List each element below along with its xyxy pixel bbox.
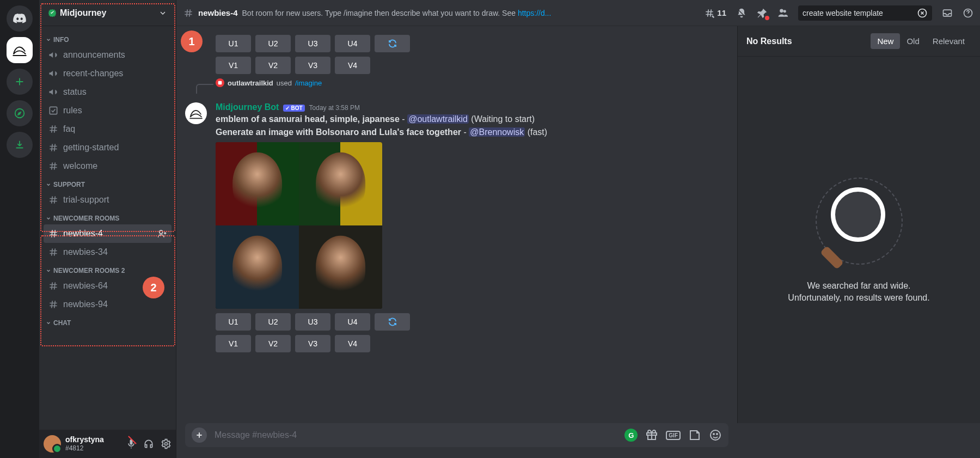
member-list-button[interactable] [777, 8, 788, 19]
reroll-button[interactable] [375, 313, 410, 331]
megaphone-icon [48, 87, 59, 97]
hash-icon [48, 124, 59, 135]
svg-point-3 [165, 443, 168, 445]
emoji-button[interactable] [709, 429, 722, 442]
messages-area: U1 U2 U3 U4 V1 V2 V3 V4 outlawtrailkid u… [176, 26, 737, 423]
channel-welcome[interactable]: welcome [44, 157, 171, 175]
channel-topic[interactable]: Bot room for new users. Type /imagine th… [242, 9, 700, 17]
server-midjourney[interactable] [7, 37, 33, 63]
threads-button[interactable]: 11 [704, 8, 726, 19]
hash-icon [48, 161, 59, 172]
generated-image-grid[interactable] [216, 142, 382, 309]
v3-button[interactable]: V3 [295, 335, 330, 352]
reply-reference[interactable]: outlawtrailkid used /imagine [216, 78, 728, 87]
u1-button[interactable]: U1 [216, 35, 251, 52]
u4-button[interactable]: U4 [335, 35, 370, 52]
inbox-button[interactable] [942, 8, 953, 19]
channel-getting-started[interactable]: getting-started [44, 138, 171, 157]
hash-icon [48, 142, 59, 153]
server-header[interactable]: Midjourney [39, 0, 176, 26]
message-line-1: emblem of a samurai head, simple, japane… [216, 113, 728, 125]
channel-list: INFO announcements recent-changes status… [39, 26, 176, 430]
v3-button[interactable]: V3 [295, 57, 330, 74]
tab-old[interactable]: Old [900, 33, 926, 49]
svg-point-12 [716, 433, 718, 435]
search-results-title: No Results [746, 36, 871, 46]
category-newcomer-rooms[interactable]: NEWCOMER ROOMS [44, 209, 171, 224]
notifications-button[interactable] [736, 8, 747, 19]
invite-icon[interactable] [157, 229, 167, 239]
v4-button[interactable]: V4 [335, 57, 370, 74]
attach-button[interactable] [192, 428, 207, 443]
server-list [0, 0, 39, 458]
bot-tag: ✓ BOT [283, 105, 304, 112]
channel-newbies-64[interactable]: newbies-64 [44, 277, 171, 295]
topic-link[interactable]: https://d... [518, 9, 551, 17]
channel-newbies-94[interactable]: newbies-94 [44, 295, 171, 314]
channel-faq[interactable]: faq [44, 120, 171, 138]
v1-button[interactable]: V1 [216, 335, 251, 352]
reroll-button[interactable] [375, 35, 410, 52]
u1-button[interactable]: U1 [216, 313, 251, 331]
channel-newbies-4[interactable]: newbies-4 [44, 224, 171, 243]
help-button[interactable] [963, 8, 973, 19]
u4-button[interactable]: U4 [335, 313, 370, 331]
channel-sidebar: Midjourney INFO announcements recent-cha… [39, 0, 176, 458]
user-name: ofkrystyna [65, 435, 104, 444]
image-variant-1 [216, 142, 299, 225]
grammarly-icon[interactable]: G [624, 429, 638, 442]
user-settings-button[interactable] [161, 438, 171, 449]
channel-name: newbies-4 [198, 8, 238, 17]
message-timestamp: Today at 3:58 PM [309, 104, 360, 112]
u3-button[interactable]: U3 [295, 35, 330, 52]
u3-button[interactable]: U3 [295, 313, 330, 331]
tab-new[interactable]: New [871, 33, 900, 49]
gift-button[interactable] [645, 429, 658, 442]
category-info[interactable]: INFO [44, 30, 171, 46]
sticker-button[interactable] [688, 429, 701, 442]
megaphone-icon [48, 68, 59, 79]
message-input[interactable]: Message #newbies-4 G GIF [185, 423, 728, 447]
svg-rect-7 [218, 81, 222, 85]
hash-limited-icon [48, 228, 59, 239]
v2-button[interactable]: V2 [255, 57, 291, 74]
search-input[interactable] [798, 5, 932, 21]
category-support[interactable]: SUPPORT [44, 175, 171, 191]
add-server-button[interactable] [7, 69, 33, 95]
tab-relevant[interactable]: Relevant [926, 33, 971, 49]
pinned-messages-button[interactable] [757, 8, 768, 19]
discord-home-button[interactable] [7, 5, 33, 32]
search-field[interactable] [803, 9, 917, 17]
u2-button[interactable]: U2 [255, 313, 291, 331]
u2-button[interactable]: U2 [255, 35, 291, 52]
chat-main: newbies-4 Bot room for new users. Type /… [176, 0, 980, 458]
explore-servers-button[interactable] [7, 100, 33, 126]
deafen-button[interactable] [143, 438, 154, 449]
message-author[interactable]: Midjourney Bot [216, 102, 279, 112]
gif-button[interactable]: GIF [666, 431, 681, 440]
input-placeholder: Message #newbies-4 [215, 430, 617, 440]
channel-trial-support[interactable]: trial-support [44, 191, 171, 209]
download-apps-button[interactable] [7, 132, 33, 158]
bot-avatar[interactable] [185, 102, 207, 124]
svg-point-11 [713, 433, 714, 435]
channel-recent-changes[interactable]: recent-changes [44, 64, 171, 83]
svg-rect-1 [50, 107, 57, 114]
mute-mic-button[interactable] [126, 438, 137, 449]
mention[interactable]: @Brennowisk [469, 127, 525, 137]
v2-button[interactable]: V2 [255, 335, 291, 352]
user-avatar[interactable] [44, 435, 61, 453]
category-chat[interactable]: CHAT [44, 314, 171, 329]
channel-status[interactable]: status [44, 83, 171, 101]
message-line-2: Generate an image with Bolsonaro and Lul… [216, 126, 728, 138]
category-newcomer-rooms-2[interactable]: NEWCOMER ROOMS 2 [44, 261, 171, 277]
v1-button[interactable]: V1 [216, 57, 251, 74]
channel-newbies-34[interactable]: newbies-34 [44, 243, 171, 261]
megaphone-icon [48, 50, 59, 60]
v4-button[interactable]: V4 [335, 335, 370, 352]
clear-search-icon[interactable] [917, 8, 928, 19]
mention[interactable]: @outlawtrailkid [407, 114, 469, 124]
channel-announcements[interactable]: announcements [44, 46, 171, 64]
channel-rules[interactable]: rules [44, 101, 171, 120]
search-empty-state: We searched far and wide. Unfortunately,… [738, 57, 980, 423]
